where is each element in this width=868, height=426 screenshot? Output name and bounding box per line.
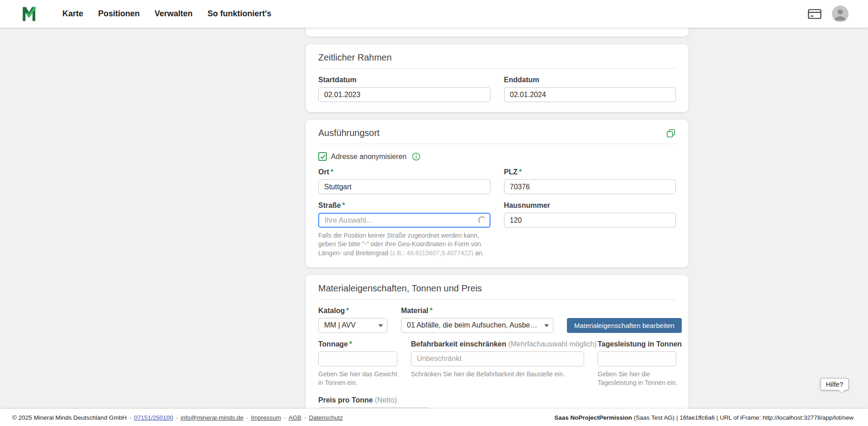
startdatum-label: Startdatum xyxy=(318,76,491,84)
katalog-field: Katalog* MM | AVV xyxy=(318,307,387,333)
chevron-down-icon xyxy=(378,324,383,327)
katalog-select-value: MM | AVV xyxy=(324,321,356,329)
footer-iframe-info: (Saas Test AG) | 16fae1ffc6a6 | URL of i… xyxy=(632,414,854,421)
edit-material-properties-button[interactable]: Materialeigenschaften bearbeiten xyxy=(567,318,682,333)
hausnummer-field: Hausnummer xyxy=(504,201,676,257)
mineral-minds-logo[interactable] xyxy=(21,5,39,23)
material-card-head: Materialeigenschaften, Tonnen und Preis xyxy=(318,281,676,300)
footer-separator: · xyxy=(129,414,132,421)
navbar-right xyxy=(807,5,849,22)
footer-separator: · xyxy=(284,414,286,421)
required-marker: * xyxy=(429,307,432,314)
required-marker: * xyxy=(330,168,333,176)
strasse-label: Straße* xyxy=(318,201,491,210)
tagesleistung-label: Tagesleistung in Tonnen xyxy=(598,340,676,348)
befahrbarkeit-label: Befahrbarkeit einschränken (Mehrfachausw… xyxy=(411,340,584,348)
footer-link-datenschutz[interactable]: Datenschutz xyxy=(309,414,343,421)
footer-email-link[interactable]: info@mineral-minds.de xyxy=(180,414,243,421)
help-button-tail xyxy=(839,387,845,393)
startdatum-input[interactable] xyxy=(318,87,491,102)
enddatum-field: Enddatum xyxy=(504,76,676,102)
katalog-label: Katalog* xyxy=(318,307,387,315)
user-avatar[interactable] xyxy=(832,5,849,22)
katalog-select[interactable]: MM | AVV xyxy=(318,318,387,333)
plz-input[interactable] xyxy=(504,179,676,194)
tonnage-input[interactable] xyxy=(318,351,397,366)
enddatum-label: Enddatum xyxy=(504,76,676,84)
location-card: Ausführungsort Adresse anonymisieren xyxy=(306,120,689,267)
tagesleistung-field: Tagesleistung in Tonnen Geben Sie hier d… xyxy=(598,340,676,387)
location-title: Ausführungsort xyxy=(318,128,380,138)
nav-item-verwalten[interactable]: Verwalten xyxy=(155,9,193,19)
anonymize-checkbox[interactable] xyxy=(318,152,327,161)
required-marker: * xyxy=(349,340,352,348)
copy-icon[interactable] xyxy=(666,128,676,138)
footer-separator: · xyxy=(246,414,248,421)
hausnummer-label: Hausnummer xyxy=(504,201,676,210)
required-marker: * xyxy=(346,307,349,314)
footer-link-agb[interactable]: AGB xyxy=(288,414,302,421)
scrolled-card-bottom xyxy=(306,28,689,37)
ort-label: Ort* xyxy=(318,168,491,176)
preis-label: Preis pro Tonne (Netto) xyxy=(318,396,676,404)
footer-separator: · xyxy=(304,414,307,421)
timeframe-card: Zeitlicher Rahmen Startdatum Enddatum xyxy=(306,44,689,112)
check-icon xyxy=(320,154,326,160)
ort-field: Ort* xyxy=(318,168,491,194)
footer-left: © 2025 Mineral Minds Deutschland GmbH · … xyxy=(12,414,343,421)
timeframe-title: Zeitlicher Rahmen xyxy=(318,52,392,63)
footer-separator: · xyxy=(176,414,178,421)
info-icon[interactable] xyxy=(412,152,420,161)
material-label: Material* xyxy=(401,307,553,315)
tonnage-field: Tonnage* Geben Sie hier das Gewicht in T… xyxy=(318,340,397,387)
timeframe-card-head: Zeitlicher Rahmen xyxy=(318,51,676,69)
anonymize-row: Adresse anonymisieren xyxy=(318,152,676,161)
top-navbar: Karte Positionen Verwalten So funktionie… xyxy=(0,0,868,28)
befahrbarkeit-helper: Schränken Sie hier die Befahrbarkeit der… xyxy=(411,370,584,379)
ort-input[interactable] xyxy=(318,179,491,194)
required-marker: * xyxy=(342,201,345,209)
plz-label: PLZ* xyxy=(504,168,676,176)
strasse-hint: Falls die Position keiner Straße zugeord… xyxy=(318,231,491,257)
tonnage-label: Tonnage* xyxy=(318,340,397,348)
preis-label-hint: (Netto) xyxy=(375,396,397,404)
enddatum-input[interactable] xyxy=(504,87,676,102)
loading-spinner-icon xyxy=(478,216,486,224)
location-card-head: Ausführungsort xyxy=(318,126,676,144)
strasse-field: Straße* Falls die Position keiner Straße… xyxy=(318,201,491,257)
befahrbarkeit-input[interactable] xyxy=(411,351,584,366)
help-button[interactable]: Hilfe? xyxy=(821,378,849,390)
plz-field: PLZ* xyxy=(504,168,676,194)
befahrbarkeit-field: Befahrbarkeit einschränken (Mehrfachausw… xyxy=(411,340,584,387)
footer: © 2025 Mineral Minds Deutschland GmbH · … xyxy=(0,409,868,426)
help-button-label: Hilfe? xyxy=(826,380,843,388)
chevron-down-icon xyxy=(544,324,549,327)
startdatum-field: Startdatum xyxy=(318,76,491,102)
material-select[interactable]: 01 Abfälle, die beim Aufsuchen, Ausbeute… xyxy=(401,318,553,333)
anonymize-label: Adresse anonymisieren xyxy=(331,153,406,161)
logo-icon xyxy=(21,5,38,23)
material-title: Materialeigenschaften, Tonnen und Preis xyxy=(318,283,482,294)
footer-saas-permission: Saas NoProjectPermission xyxy=(554,414,632,421)
tagesleistung-input[interactable] xyxy=(598,351,676,366)
nav-item-karte[interactable]: Karte xyxy=(62,9,83,19)
nav-item-positionen[interactable]: Positionen xyxy=(98,9,140,19)
nav-item-so-funktionierts[interactable]: So funktioniert's xyxy=(208,9,271,19)
material-select-value: 01 Abfälle, die beim Aufsuchen, Ausbeute… xyxy=(407,321,541,329)
person-icon xyxy=(832,5,849,22)
billing-card-icon[interactable] xyxy=(807,8,822,20)
main-nav: Karte Positionen Verwalten So funktionie… xyxy=(62,9,271,19)
hausnummer-input[interactable] xyxy=(504,213,676,228)
tagesleistung-helper: Geben Sie hier die Tagesleistung in Tonn… xyxy=(598,370,690,387)
footer-phone-link[interactable]: 07151/250100 xyxy=(134,414,173,421)
strasse-input[interactable] xyxy=(318,213,491,228)
footer-right: Saas NoProjectPermission (Saas Test AG) … xyxy=(554,414,854,421)
tonnage-helper: Geben Sie hier das Gewicht in Tonnen ein… xyxy=(318,370,397,387)
form-column: Zeitlicher Rahmen Startdatum Enddatum Au… xyxy=(306,28,689,426)
material-field: Material* 01 Abfälle, die beim Aufsuchen… xyxy=(401,307,553,333)
footer-link-impressum[interactable]: Impressum xyxy=(251,414,281,421)
footer-copyright: © 2025 Mineral Minds Deutschland GmbH xyxy=(12,414,127,421)
required-marker: * xyxy=(519,168,522,176)
material-card: Materialeigenschaften, Tonnen und Preis … xyxy=(306,275,689,426)
befahrbarkeit-label-hint: (Mehrfachauswahl möglich) xyxy=(508,340,597,348)
